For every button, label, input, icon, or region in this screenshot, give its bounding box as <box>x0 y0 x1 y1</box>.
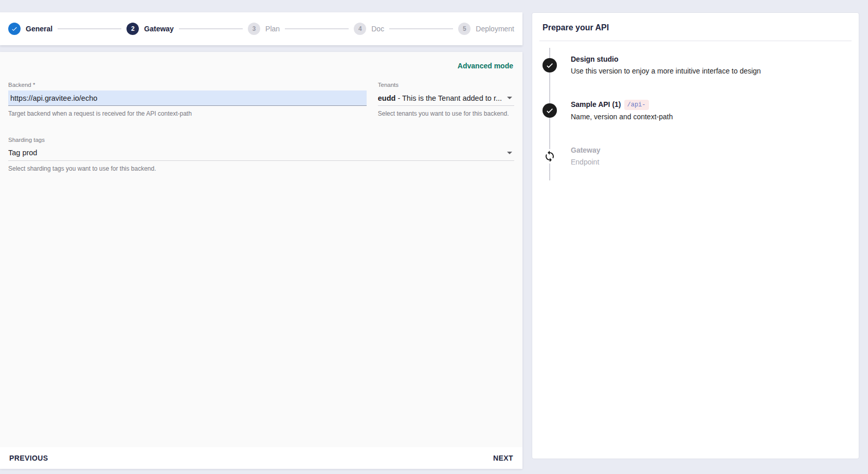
timeline-item-design-studio: Design studio Use this version to enjoy … <box>542 54 848 76</box>
timeline-item-gateway: Gateway Endpoint <box>542 145 848 167</box>
prepare-api-panel: Prepare your API Design studio Use this … <box>532 12 859 459</box>
step-general[interactable]: General <box>8 23 52 35</box>
tenants-label: Tenants <box>378 82 514 88</box>
step-connector <box>58 28 121 29</box>
advanced-mode-link[interactable]: Advanced mode <box>458 62 513 70</box>
gateway-form: Advanced mode Backend * Target backend w… <box>0 52 522 447</box>
step-label: Gateway <box>144 25 174 33</box>
step-plan[interactable]: 3 Plan <box>248 23 280 35</box>
next-button[interactable]: NEXT <box>489 450 517 466</box>
stepper: General 2 Gateway 3 Plan 4 Doc 5 Deploym… <box>0 12 522 45</box>
timeline-item-description: Name, version and context-path <box>571 112 848 122</box>
timeline-item-sample-api: Sample API (1)/api- Name, version and co… <box>542 100 848 122</box>
step-connector <box>179 28 243 29</box>
sync-icon <box>542 149 557 163</box>
step-number: 5 <box>458 23 471 35</box>
sharding-tags-value: Tag prod <box>8 149 502 157</box>
sharding-tags-helper: Select sharding tags you want to use for… <box>8 165 514 173</box>
timeline-item-description: Endpoint <box>571 157 848 167</box>
backend-helper: Target backend when a request is receive… <box>8 110 367 118</box>
step-deployment[interactable]: 5 Deployment <box>458 23 514 35</box>
step-label: Doc <box>371 25 384 33</box>
step-number: 4 <box>354 23 366 35</box>
sharding-tags-label: Sharding tags <box>8 137 514 143</box>
tenants-select[interactable]: eudd - This is the Tenant added to r... <box>378 90 514 106</box>
panel-title: Prepare your API <box>542 23 852 32</box>
wizard-main: General 2 Gateway 3 Plan 4 Doc 5 Deploym… <box>0 12 522 469</box>
context-path-chip: /api- <box>624 100 649 110</box>
step-connector <box>389 28 453 29</box>
step-gateway[interactable]: 2 Gateway <box>126 23 174 35</box>
progress-timeline: Design studio Use this version to enjoy … <box>542 54 848 167</box>
timeline-item-title: Gateway <box>571 145 848 155</box>
backend-input[interactable] <box>8 90 367 106</box>
tenants-helper: Select tenants you want to use for this … <box>378 110 514 118</box>
wizard-footer: PREVIOUS NEXT <box>0 447 522 469</box>
check-circle-icon <box>542 58 557 72</box>
gateway-step-card: Advanced mode Backend * Target backend w… <box>0 52 522 469</box>
chevron-down-icon <box>507 97 512 99</box>
check-circle-icon <box>542 103 557 118</box>
tenants-field: Tenants eudd - This is the Tenant added … <box>378 82 514 118</box>
check-icon <box>8 23 21 35</box>
step-label: Plan <box>265 25 280 33</box>
previous-button[interactable]: PREVIOUS <box>5 450 52 466</box>
timeline-item-description: Use this version to enjoy a more intuiti… <box>571 66 848 76</box>
timeline-item-title: Design studio <box>571 54 848 64</box>
tenants-value: eudd - This is the Tenant added to r... <box>378 94 502 102</box>
chevron-down-icon <box>507 152 512 154</box>
panel-divider <box>539 41 852 41</box>
backend-field: Backend * Target backend when a request … <box>8 82 367 118</box>
step-number: 3 <box>248 23 260 35</box>
step-number: 2 <box>126 23 139 35</box>
step-label: Deployment <box>476 25 514 33</box>
step-doc[interactable]: 4 Doc <box>354 23 384 35</box>
step-label: General <box>26 25 52 33</box>
timeline-item-title: Sample API (1)/api- <box>571 100 848 110</box>
backend-label: Backend * <box>8 82 367 88</box>
step-connector <box>285 28 349 29</box>
api-creation-wizard: General 2 Gateway 3 Plan 4 Doc 5 Deploym… <box>0 0 868 474</box>
sharding-tags-select[interactable]: Tag prod <box>8 145 514 161</box>
sharding-tags-field: Sharding tags Tag prod Select sharding t… <box>8 137 514 173</box>
